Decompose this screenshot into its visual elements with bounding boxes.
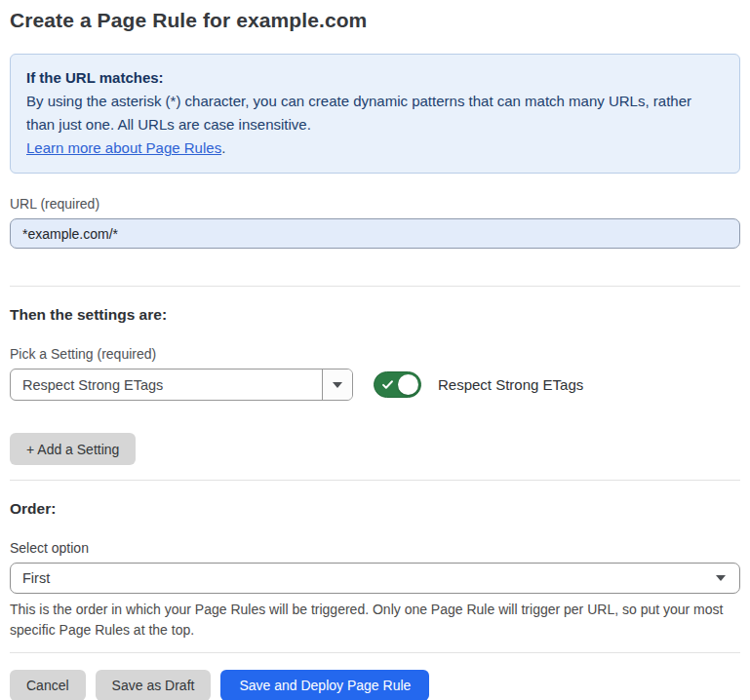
setting-dropdown-arrow-button[interactable]: [322, 369, 352, 400]
footer-actions: Cancel Save as Draft Save and Deploy Pag…: [10, 670, 740, 700]
link-period: .: [221, 139, 225, 156]
order-select[interactable]: First: [10, 563, 740, 594]
url-match-info-box: If the URL matches: By using the asteris…: [10, 54, 740, 174]
select-option-label: Select option: [10, 540, 740, 556]
check-icon: [381, 378, 394, 391]
respect-strong-etags-toggle[interactable]: [374, 371, 421, 398]
divider: [10, 652, 740, 653]
setting-dropdown-value: Respect Strong ETags: [11, 369, 322, 400]
order-select-value: First: [22, 570, 716, 586]
setting-row: Respect Strong ETags Respect Strong ETag…: [10, 369, 740, 401]
info-box-body: By using the asterisk (*) character, you…: [26, 93, 691, 133]
pick-setting-label: Pick a Setting (required): [10, 346, 740, 362]
divider: [10, 480, 740, 481]
settings-heading: Then the settings are:: [10, 306, 740, 324]
toggle-knob: [398, 374, 418, 395]
info-box-heading: If the URL matches:: [26, 66, 724, 90]
save-draft-button[interactable]: Save as Draft: [96, 670, 212, 700]
url-label: URL (required): [10, 196, 740, 212]
add-setting-button[interactable]: + Add a Setting: [10, 433, 136, 465]
url-input[interactable]: [10, 218, 740, 249]
setting-dropdown[interactable]: Respect Strong ETags: [10, 369, 353, 401]
order-heading: Order:: [10, 500, 740, 518]
chevron-down-icon: [333, 382, 342, 388]
chevron-down-icon: [716, 575, 726, 581]
learn-more-link[interactable]: Learn more about Page Rules: [26, 139, 221, 156]
info-box-link-line: Learn more about Page Rules.: [26, 136, 724, 160]
create-page-rule-form: Create a Page Rule for example.com If th…: [0, 0, 750, 700]
toggle-label: Respect Strong ETags: [438, 376, 583, 393]
divider: [10, 286, 740, 287]
save-deploy-button[interactable]: Save and Deploy Page Rule: [220, 670, 429, 700]
cancel-button[interactable]: Cancel: [10, 670, 86, 700]
order-help-text: This is the order in which your Page Rul…: [10, 600, 740, 641]
page-title: Create a Page Rule for example.com: [10, 0, 740, 32]
